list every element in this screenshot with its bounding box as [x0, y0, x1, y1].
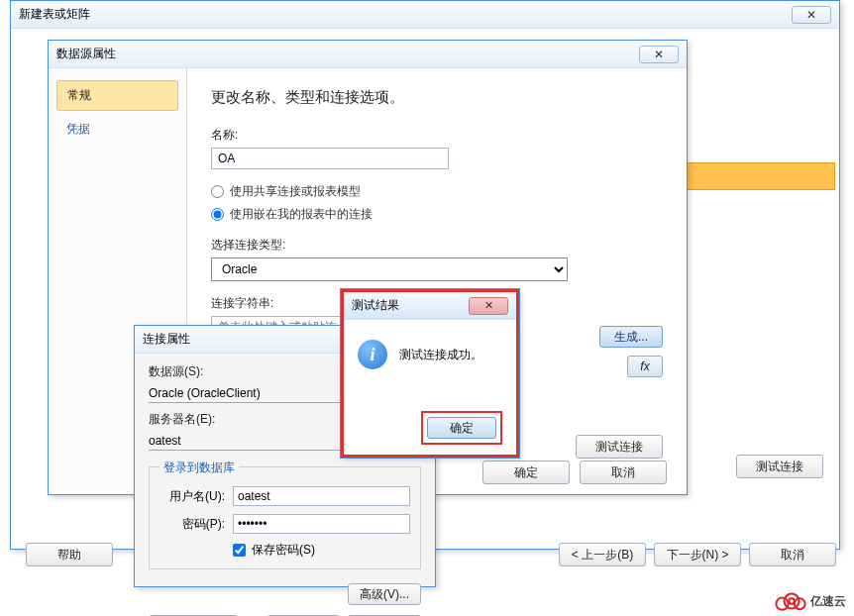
- radio-embedded-connection[interactable]: [211, 208, 224, 221]
- tr-titlebar: 测试结果 ✕: [344, 292, 516, 320]
- login-group-title: 登录到数据库: [160, 460, 239, 476]
- advanced-button[interactable]: 高级(V)...: [348, 583, 421, 605]
- brand-logo: 亿速云: [773, 590, 846, 612]
- test-connection-button[interactable]: 测试连接: [576, 435, 663, 459]
- cp-title: 连接属性: [143, 331, 190, 348]
- close-icon[interactable]: ✕: [639, 46, 679, 63]
- prev-step-button[interactable]: < 上一步(B): [559, 543, 646, 566]
- generate-button[interactable]: 生成...: [599, 326, 663, 348]
- save-password-label: 保存密码(S): [252, 542, 315, 559]
- radio-embedded-label: 使用嵌在我的报表中的连接: [230, 206, 373, 223]
- sidebar-item-credentials[interactable]: 凭据: [56, 115, 178, 144]
- save-password-checkbox[interactable]: [233, 544, 246, 557]
- svg-point-0: [776, 598, 788, 610]
- highlight-box: 确定: [421, 411, 502, 445]
- username-input[interactable]: [233, 486, 410, 506]
- ds-titlebar: 数据源属性 ✕: [49, 41, 687, 68]
- test-result-dialog: 测试结果 ✕ i 测试连接成功。 确定: [341, 289, 519, 458]
- name-label: 名称:: [211, 127, 663, 144]
- ds-heading: 更改名称、类型和连接选项。: [211, 88, 663, 107]
- brand-text: 亿速云: [810, 593, 846, 610]
- svg-point-1: [785, 594, 800, 609]
- close-icon[interactable]: ✕: [792, 6, 831, 24]
- svg-point-3: [789, 598, 794, 603]
- tr-message: 测试连接成功。: [399, 347, 482, 363]
- fx-button[interactable]: fx: [627, 356, 663, 377]
- wizard-title: 新建表或矩阵: [19, 6, 90, 23]
- next-step-button[interactable]: 下一步(N) >: [654, 543, 741, 566]
- radio-shared-connection[interactable]: [211, 185, 224, 198]
- wizard-titlebar: 新建表或矩阵 ✕: [11, 1, 839, 29]
- test-connection-button-outer[interactable]: 测试连接: [736, 455, 823, 478]
- ok-button-ds[interactable]: 确定: [482, 461, 570, 484]
- tr-title: 测试结果: [352, 297, 399, 314]
- cancel-button-ds[interactable]: 取消: [580, 461, 667, 484]
- conn-type-label: 选择连接类型:: [211, 237, 663, 254]
- sidebar-item-general[interactable]: 常规: [56, 80, 178, 111]
- username-label: 用户名(U):: [160, 488, 225, 505]
- info-icon: i: [358, 340, 387, 369]
- radio-shared-label: 使用共享连接或报表模型: [230, 183, 361, 200]
- ds-title: 数据源属性: [56, 46, 116, 62]
- help-button-wizard[interactable]: 帮助: [26, 543, 113, 566]
- cloud-icon: [773, 590, 806, 612]
- conn-type-select[interactable]: Oracle: [211, 257, 568, 281]
- password-input[interactable]: [233, 514, 410, 534]
- password-label: 密码(P):: [160, 516, 225, 533]
- cancel-button-wizard[interactable]: 取消: [749, 543, 836, 566]
- close-icon[interactable]: ✕: [469, 297, 508, 315]
- ok-button-tr[interactable]: 确定: [427, 417, 496, 439]
- name-input[interactable]: [211, 148, 449, 169]
